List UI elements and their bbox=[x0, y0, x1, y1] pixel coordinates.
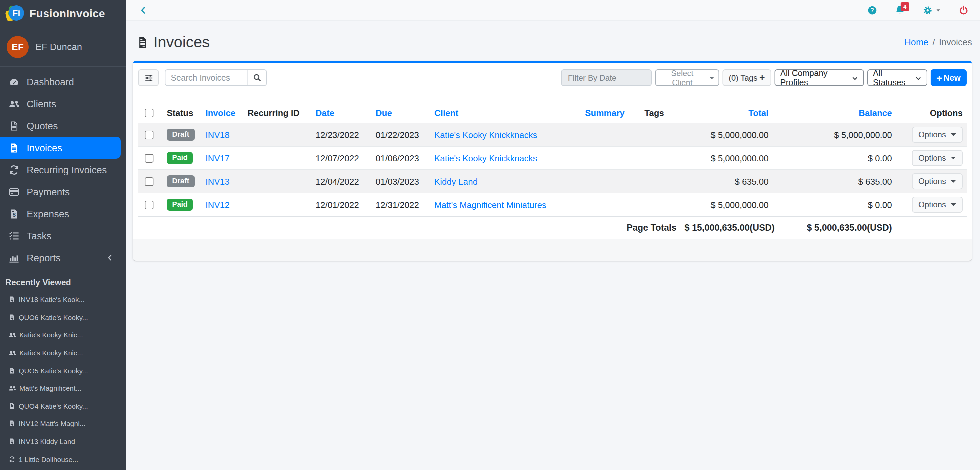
credit-card-icon bbox=[9, 186, 27, 197]
settings-menu[interactable] bbox=[923, 5, 941, 15]
row-checkbox[interactable] bbox=[145, 154, 153, 162]
card-toolbar: Select Client (0) Tags + All Company Pro… bbox=[133, 63, 972, 93]
col-summary[interactable]: Summary bbox=[581, 103, 640, 123]
plus-icon: + bbox=[759, 73, 765, 82]
sync-icon bbox=[9, 456, 15, 462]
new-invoice-button[interactable]: + New bbox=[930, 69, 967, 86]
col-recurring-id: Recurring ID bbox=[243, 103, 312, 123]
col-balance[interactable]: Balance bbox=[773, 103, 896, 123]
search-input[interactable] bbox=[165, 69, 248, 86]
select-all-checkbox[interactable] bbox=[145, 109, 153, 118]
recent-item[interactable]: 1 Little Dollhouse... bbox=[0, 450, 126, 468]
user-panel[interactable]: EF EF Duncan bbox=[0, 27, 126, 67]
sidebar-item-label: Payments bbox=[27, 186, 70, 197]
chevron-down-icon bbox=[915, 75, 921, 81]
col-date[interactable]: Date bbox=[312, 103, 372, 123]
recent-item[interactable]: Matt's Magnificent... bbox=[0, 379, 126, 397]
options-button[interactable]: Options bbox=[912, 150, 963, 166]
status-badge: Paid bbox=[167, 152, 193, 164]
power-icon[interactable] bbox=[959, 5, 969, 15]
sidebar-item-label: Quotes bbox=[27, 120, 58, 131]
col-total[interactable]: Total bbox=[681, 103, 773, 123]
main-area: 4 Invoices Home/Invoices bbox=[126, 0, 980, 470]
client-link[interactable]: Katie's Kooky Knickknacks bbox=[434, 153, 537, 163]
client-link[interactable]: Katie's Kooky Knickknacks bbox=[434, 130, 537, 140]
sidebar-item-dashboard[interactable]: Dashboard bbox=[0, 71, 121, 93]
sidebar-item-clients[interactable]: Clients bbox=[0, 93, 121, 115]
cell-date: 12/07/2022 bbox=[312, 146, 372, 170]
chevron-left-icon bbox=[106, 254, 113, 261]
recent-item[interactable]: INV13 Kiddy Land bbox=[0, 433, 126, 450]
recent-item[interactable]: INV12 Matt's Magni... bbox=[0, 414, 126, 432]
status-badge: Paid bbox=[167, 198, 193, 211]
caret-down-icon bbox=[951, 203, 956, 209]
breadcrumb-home-link[interactable]: Home bbox=[904, 37, 928, 47]
invoice-link[interactable]: INV13 bbox=[205, 176, 229, 186]
col-due[interactable]: Due bbox=[372, 103, 430, 123]
client-link[interactable]: Kiddy Land bbox=[434, 176, 478, 186]
sidebar-nav: Dashboard Clients Quotes Invoices Recurr… bbox=[0, 67, 126, 270]
select-client-dropdown[interactable]: Select Client bbox=[655, 69, 719, 86]
sidebar-item-label: Invoices bbox=[27, 142, 62, 153]
file-lines-icon bbox=[9, 403, 15, 409]
sidebar-item-recurring-invoices[interactable]: Recurring Invoices bbox=[0, 159, 121, 181]
caret-down-icon bbox=[951, 133, 956, 139]
recent-item[interactable]: INV18 Katie's Kook... bbox=[0, 291, 126, 308]
recent-item[interactable]: QUO6 Katie's Kooky... bbox=[0, 308, 126, 326]
sidebar-collapse-icon[interactable] bbox=[139, 6, 148, 14]
sidebar-item-label: Tasks bbox=[27, 230, 51, 241]
brand[interactable]: Fi FusionInvoice bbox=[0, 0, 126, 27]
table-wrap: Status Invoice Recurring ID Date Due Cli… bbox=[133, 93, 972, 239]
cell-tags bbox=[640, 193, 681, 216]
invoice-link[interactable]: INV12 bbox=[205, 200, 229, 210]
invoice-link[interactable]: INV17 bbox=[205, 153, 229, 163]
page-totals-total: $ 15,000,635.00(USD) bbox=[681, 216, 773, 239]
recent-item[interactable]: QUO5 Katie's Kooky... bbox=[0, 362, 126, 379]
caret-down-icon bbox=[935, 7, 941, 13]
brand-name: FusionInvoice bbox=[29, 7, 105, 20]
sidebar-item-payments[interactable]: Payments bbox=[0, 181, 121, 203]
col-client[interactable]: Client bbox=[430, 103, 581, 123]
row-checkbox[interactable] bbox=[145, 130, 153, 139]
cell-recurring-id bbox=[243, 170, 312, 193]
invoices-table: Status Invoice Recurring ID Date Due Cli… bbox=[138, 103, 967, 239]
sidebar-item-expenses[interactable]: Expenses bbox=[0, 203, 121, 225]
fusioninvoice-logo-icon: Fi bbox=[7, 5, 24, 22]
topbar: 4 bbox=[126, 0, 980, 21]
cell-tags bbox=[640, 146, 681, 170]
users-icon bbox=[9, 349, 16, 356]
options-button[interactable]: Options bbox=[912, 127, 963, 143]
recent-item[interactable]: QUO4 Katie's Kooky... bbox=[0, 397, 126, 414]
client-link[interactable]: Matt's Magnificent Miniatures bbox=[434, 200, 546, 210]
filter-columns-button[interactable] bbox=[138, 69, 159, 86]
row-checkbox[interactable] bbox=[145, 177, 153, 186]
recent-item[interactable]: Katie's Kooky Knic... bbox=[0, 326, 126, 344]
row-checkbox[interactable] bbox=[145, 200, 153, 209]
page-title: Invoices bbox=[136, 33, 210, 51]
sidebar-item-reports[interactable]: Reports bbox=[0, 247, 121, 269]
tags-button[interactable]: (0) Tags + bbox=[722, 69, 771, 86]
invoice-link[interactable]: INV18 bbox=[205, 130, 229, 140]
cell-balance: $ 635.00 bbox=[773, 170, 896, 193]
filter-by-date-input[interactable] bbox=[561, 69, 652, 86]
col-invoice[interactable]: Invoice bbox=[202, 103, 243, 123]
recent-item[interactable]: Katie's Kooky Knic... bbox=[0, 344, 126, 362]
user-name: EF Duncan bbox=[35, 41, 82, 52]
bell-icon[interactable]: 4 bbox=[895, 5, 905, 15]
options-button[interactable]: Options bbox=[912, 197, 963, 213]
recent-item-label: 1 Little Dollhouse... bbox=[19, 455, 78, 463]
recent-item-label: QUO6 Katie's Kooky... bbox=[19, 313, 88, 321]
statuses-select[interactable]: All Statuses bbox=[867, 69, 927, 86]
page-totals-balance: $ 5,000,635.00(USD) bbox=[773, 216, 896, 239]
sidebar-item-tasks[interactable]: Tasks bbox=[0, 225, 121, 247]
sidebar-item-quotes[interactable]: Quotes bbox=[0, 115, 121, 137]
help-icon[interactable] bbox=[867, 5, 877, 15]
search-group bbox=[165, 69, 267, 86]
sidebar-item-invoices[interactable]: Invoices bbox=[0, 137, 121, 159]
recent-item-label: Katie's Kooky Knic... bbox=[19, 349, 83, 357]
options-button[interactable]: Options bbox=[912, 173, 963, 189]
recent-item-label: INV13 Kiddy Land bbox=[19, 437, 75, 445]
cell-recurring-id bbox=[243, 123, 312, 146]
company-profiles-select[interactable]: All Company Profiles bbox=[774, 69, 864, 86]
search-button[interactable] bbox=[247, 69, 267, 86]
